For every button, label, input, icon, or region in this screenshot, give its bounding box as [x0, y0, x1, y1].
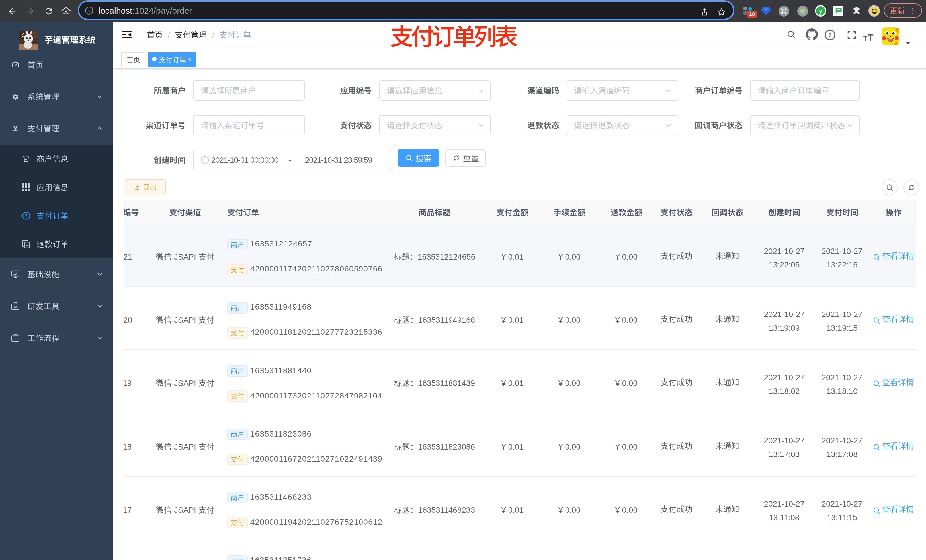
svg-text:?: ? — [828, 31, 832, 38]
svg-text:¥: ¥ — [25, 213, 27, 219]
